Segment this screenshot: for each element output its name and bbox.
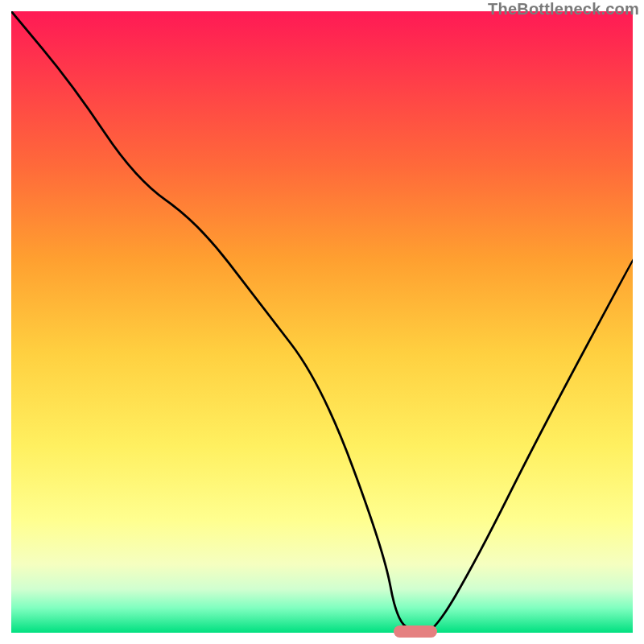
watermark-text: TheBottleneck.com <box>488 0 639 19</box>
optimal-marker <box>394 625 437 638</box>
chart-curve <box>11 11 633 633</box>
bottleneck-chart: TheBottleneck.com <box>0 0 644 644</box>
